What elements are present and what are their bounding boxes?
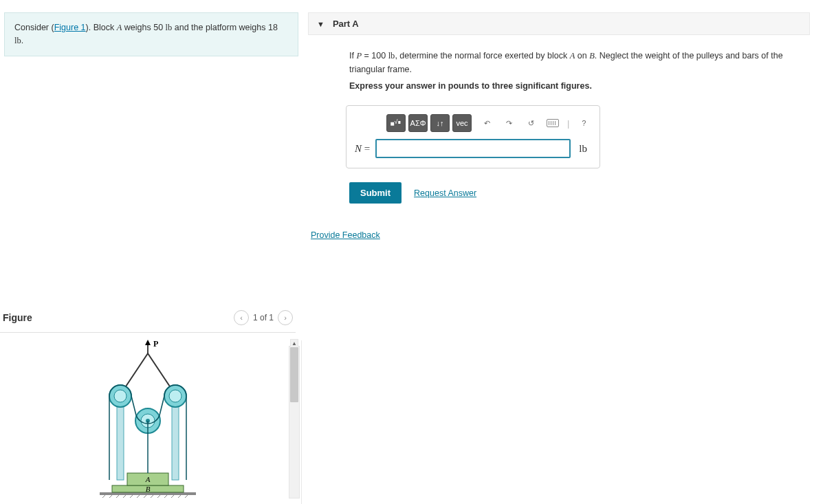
greek-button[interactable]: ΑΣΦ (408, 114, 428, 132)
undo-button[interactable]: ↶ (477, 114, 496, 132)
part-title: Part A (333, 19, 359, 29)
figure-scrollbar[interactable]: ▲ (289, 346, 300, 498)
column-divider (301, 340, 302, 504)
svg-line-29 (131, 396, 136, 415)
collapse-caret-icon[interactable]: ▼ (317, 20, 324, 28)
scroll-up-icon[interactable]: ▲ (290, 339, 298, 347)
svg-point-25 (169, 390, 182, 402)
equation-toolbar: ■√∎ ΑΣΦ ↓↑ vec ↶ ↷ ↺ | ? (355, 113, 591, 139)
prompt-text: Consider ( (14, 23, 54, 32)
redo-button[interactable]: ↷ (499, 114, 518, 132)
svg-rect-18 (117, 402, 124, 480)
svg-marker-35 (145, 340, 151, 345)
svg-text:P: P (153, 340, 158, 349)
svg-point-23 (114, 390, 126, 402)
subsup-button[interactable]: ↓↑ (430, 114, 450, 132)
figure-next-button[interactable]: › (278, 310, 293, 325)
answer-input[interactable] (375, 139, 571, 158)
figure-link[interactable]: Figure 1 (54, 23, 86, 32)
svg-rect-19 (172, 402, 179, 480)
answer-variable: N = (355, 143, 370, 155)
figure-title: Figure (3, 312, 32, 323)
answer-unit: lb (576, 143, 591, 155)
svg-text:B: B (146, 485, 151, 493)
keyboard-icon (547, 119, 559, 127)
figure-image: B A (0, 340, 296, 504)
request-answer-link[interactable]: Request Answer (414, 188, 476, 198)
provide-feedback-link[interactable]: Provide Feedback (311, 230, 380, 240)
figure-prev-button[interactable]: ‹ (234, 310, 249, 325)
keyboard-button[interactable] (543, 114, 562, 132)
answer-widget: ■√∎ ΑΣΦ ↓↑ vec ↶ ↷ ↺ | ? N = lb (346, 105, 600, 168)
toolbar-separator: | (565, 118, 571, 129)
reset-button[interactable]: ↺ (521, 114, 540, 132)
submit-button[interactable]: Submit (349, 182, 402, 204)
scrollbar-thumb[interactable] (290, 347, 298, 402)
part-header[interactable]: ▼ Part A (308, 12, 810, 35)
answer-instruction: Express your answer in pounds to three s… (349, 79, 817, 93)
svg-line-30 (160, 396, 164, 415)
figure-pager: 1 of 1 (253, 313, 274, 322)
vector-button[interactable]: vec (452, 114, 472, 132)
problem-prompt: Consider (Figure 1). Block A weighs 50 l… (4, 12, 298, 56)
question-text: If P = 100 lb, determine the normal forc… (349, 49, 817, 76)
help-button[interactable]: ? (574, 114, 593, 132)
svg-text:A: A (145, 475, 151, 483)
templates-button[interactable]: ■√∎ (386, 114, 406, 132)
